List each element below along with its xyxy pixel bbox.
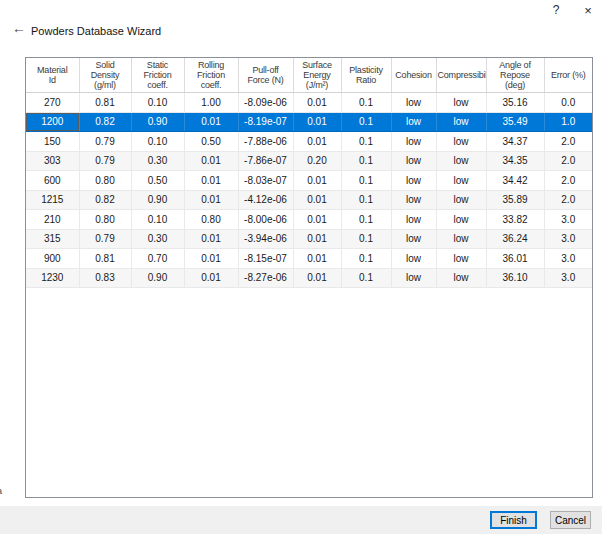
column-header[interactable]: Angle of Repose (deg): [486, 58, 544, 93]
column-header[interactable]: Rolling Friction coeff.: [184, 58, 238, 93]
table-cell[interactable]: low: [391, 112, 436, 132]
table-cell[interactable]: -8.27e-06: [238, 268, 293, 288]
table-cell[interactable]: 1.0: [544, 112, 592, 132]
table-row[interactable]: 12150.820.900.01-4.12e-060.010.1lowlow35…: [26, 190, 592, 210]
table-row[interactable]: 2100.800.100.80-8.00e-060.010.1lowlow33.…: [26, 210, 592, 230]
table-cell[interactable]: 0.1: [341, 249, 391, 269]
table-cell[interactable]: 35.89: [486, 190, 544, 210]
table-cell[interactable]: 34.35: [486, 151, 544, 171]
table-cell[interactable]: low: [436, 249, 486, 269]
table-cell[interactable]: 0.1: [341, 210, 391, 230]
table-row[interactable]: 3150.790.300.01-3.94e-060.010.1lowlow36.…: [26, 229, 592, 249]
table-cell[interactable]: low: [436, 112, 486, 132]
table-cell[interactable]: 0.50: [184, 132, 238, 152]
help-button[interactable]: ?: [547, 1, 565, 19]
table-cell[interactable]: 36.24: [486, 229, 544, 249]
table-cell[interactable]: 0.30: [131, 229, 184, 249]
table-cell[interactable]: 0.01: [293, 229, 341, 249]
table-cell[interactable]: 35.16: [486, 93, 544, 113]
table-cell[interactable]: 0.83: [79, 268, 131, 288]
table-cell[interactable]: low: [391, 132, 436, 152]
table-cell[interactable]: 3.0: [544, 268, 592, 288]
column-header[interactable]: Material Id: [26, 58, 79, 93]
finish-button[interactable]: Finish: [490, 511, 537, 529]
table-cell[interactable]: 0.10: [131, 132, 184, 152]
table-cell[interactable]: -7.86e-07: [238, 151, 293, 171]
table-cell[interactable]: 2.0: [544, 190, 592, 210]
table-cell[interactable]: low: [436, 151, 486, 171]
table-cell[interactable]: 0.30: [131, 151, 184, 171]
table-cell[interactable]: 2.0: [544, 151, 592, 171]
table-cell[interactable]: 0.01: [184, 151, 238, 171]
table-cell[interactable]: 34.42: [486, 171, 544, 191]
table-cell[interactable]: 3.0: [544, 249, 592, 269]
table-cell[interactable]: 0.01: [184, 249, 238, 269]
table-cell[interactable]: 35.49: [486, 112, 544, 132]
table-row[interactable]: 3030.790.300.01-7.86e-070.200.1lowlow34.…: [26, 151, 592, 171]
column-header[interactable]: Plasticity Ratio: [341, 58, 391, 93]
table-cell[interactable]: 36.01: [486, 249, 544, 269]
table-row[interactable]: 1500.790.100.50-7.88e-060.010.1lowlow34.…: [26, 132, 592, 152]
table-cell[interactable]: low: [391, 93, 436, 113]
table-cell[interactable]: 0.90: [131, 268, 184, 288]
column-header[interactable]: Cohesion: [391, 58, 436, 93]
table-cell[interactable]: 33.82: [486, 210, 544, 230]
table-cell[interactable]: 0.79: [79, 151, 131, 171]
table-cell[interactable]: -8.09e-06: [238, 93, 293, 113]
table-cell[interactable]: 0.01: [184, 229, 238, 249]
table-cell[interactable]: low: [391, 249, 436, 269]
table-cell[interactable]: 2.0: [544, 171, 592, 191]
table-cell[interactable]: 315: [26, 229, 79, 249]
table-cell[interactable]: 600: [26, 171, 79, 191]
table-cell[interactable]: 0.01: [184, 171, 238, 191]
table-cell[interactable]: 0.10: [131, 93, 184, 113]
table-cell[interactable]: 34.37: [486, 132, 544, 152]
table-cell[interactable]: -8.15e-07: [238, 249, 293, 269]
table-cell[interactable]: 0.01: [293, 249, 341, 269]
table-cell[interactable]: 0.0: [544, 93, 592, 113]
table-cell[interactable]: -4.12e-06: [238, 190, 293, 210]
table-cell[interactable]: 0.01: [293, 268, 341, 288]
table-cell[interactable]: 2.0: [544, 132, 592, 152]
table-row[interactable]: 12000.820.900.01-8.19e-070.010.1lowlow35…: [26, 112, 592, 132]
table-cell[interactable]: 1215: [26, 190, 79, 210]
table-cell[interactable]: 0.1: [341, 151, 391, 171]
column-header[interactable]: Static Friction coeff.: [131, 58, 184, 93]
table-cell[interactable]: 0.82: [79, 190, 131, 210]
table-row[interactable]: 9000.810.700.01-8.15e-070.010.1lowlow36.…: [26, 249, 592, 269]
table-cell[interactable]: 3.0: [544, 229, 592, 249]
column-header[interactable]: Pull-off Force (N): [238, 58, 293, 93]
table-cell[interactable]: low: [391, 229, 436, 249]
close-button[interactable]: ×: [579, 1, 597, 19]
table-cell[interactable]: 0.01: [293, 93, 341, 113]
table-row[interactable]: 6000.800.500.01-8.03e-070.010.1lowlow34.…: [26, 171, 592, 191]
table-cell[interactable]: 0.90: [131, 112, 184, 132]
cancel-button[interactable]: Cancel: [550, 511, 591, 529]
table-cell[interactable]: 0.80: [79, 171, 131, 191]
table-cell[interactable]: low: [391, 210, 436, 230]
table-cell[interactable]: 0.20: [293, 151, 341, 171]
table-cell[interactable]: 0.79: [79, 132, 131, 152]
table-row[interactable]: 2700.810.101.00-8.09e-060.010.1lowlow35.…: [26, 93, 592, 113]
table-cell[interactable]: 0.01: [184, 190, 238, 210]
column-header[interactable]: Solid Density (g/ml): [79, 58, 131, 93]
table-cell[interactable]: 1.00: [184, 93, 238, 113]
table-cell[interactable]: 1230: [26, 268, 79, 288]
table-cell[interactable]: 0.01: [293, 132, 341, 152]
table-cell[interactable]: 0.01: [184, 112, 238, 132]
table-cell[interactable]: 0.1: [341, 229, 391, 249]
table-cell[interactable]: low: [436, 210, 486, 230]
table-cell[interactable]: 0.1: [341, 190, 391, 210]
table-cell[interactable]: 36.10: [486, 268, 544, 288]
table-cell[interactable]: -8.03e-07: [238, 171, 293, 191]
table-cell[interactable]: 270: [26, 93, 79, 113]
table-cell[interactable]: 0.80: [79, 210, 131, 230]
table-cell[interactable]: low: [436, 171, 486, 191]
table-cell[interactable]: 0.1: [341, 93, 391, 113]
table-cell[interactable]: 0.50: [131, 171, 184, 191]
table-cell[interactable]: -8.00e-06: [238, 210, 293, 230]
table-cell[interactable]: low: [391, 171, 436, 191]
table-cell[interactable]: low: [436, 93, 486, 113]
column-header[interactable]: Surface Energy (J/m²): [293, 58, 341, 93]
table-cell[interactable]: 303: [26, 151, 79, 171]
